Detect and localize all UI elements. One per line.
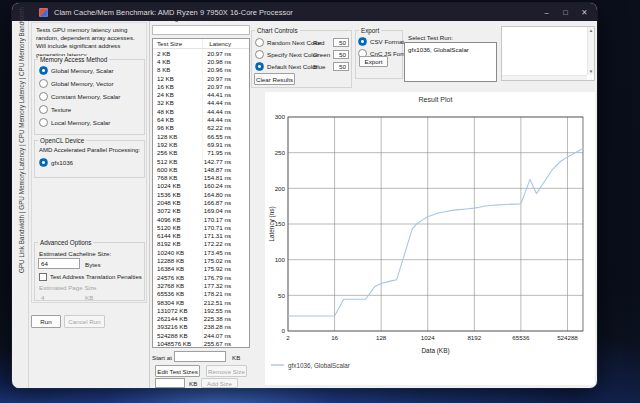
edit-test-sizes-button[interactable]: Edit Test Sizes <box>155 365 200 377</box>
start-at-input[interactable] <box>174 351 226 362</box>
table-row[interactable]: 24576 KB176.79 ns <box>153 273 249 281</box>
size-cell: 12288 KB <box>153 256 203 264</box>
latency-cell: 20.96 ns <box>203 66 249 73</box>
table-row[interactable]: 524288 KB244.07 ns <box>153 331 249 339</box>
red-value-input[interactable]: 50 <box>333 38 349 47</box>
minimize-button[interactable]: – <box>537 3 556 21</box>
radio-option-specify-next-color[interactable]: Specify Next Color <box>255 48 313 60</box>
results-textbox[interactable]: ▲ ▼ <box>501 26 595 81</box>
cacheline-unit-label: Bytes <box>85 261 100 268</box>
maximize-button[interactable]: □ <box>556 3 575 21</box>
remove-size-button: Remove Size <box>206 365 247 377</box>
radio-unselected-icon[interactable] <box>39 92 48 101</box>
radio-option-texture[interactable]: Texture <box>39 103 143 116</box>
desktop-wallpaper: Clam Cache/Mem Benchmark: AMD Ryzen 9 79… <box>0 0 640 403</box>
radio-option-global-memory-vector[interactable]: Global Memory, Vector <box>39 77 143 90</box>
latency-cell: 244.07 ns <box>203 332 249 339</box>
radio-unselected-icon[interactable] <box>39 118 48 127</box>
latency-column-header[interactable]: Latency <box>203 39 249 48</box>
radio-option-local-memory-scalar[interactable]: Local Memory, Scalar <box>39 116 143 129</box>
table-row[interactable]: 600 KB148.87 ns <box>153 165 249 173</box>
table-row[interactable]: 12288 KB175.02 ns <box>153 256 249 264</box>
clear-results-button[interactable]: Clear Results <box>254 73 295 85</box>
radio-option-gfx1036[interactable]: gfx1036 <box>39 156 143 168</box>
table-row[interactable]: 131072 KB192.55 ns <box>153 306 249 314</box>
table-row[interactable]: 4 KB20.98 ns <box>153 57 249 65</box>
latency-cell: 176.79 ns <box>203 274 249 281</box>
add-size-input[interactable] <box>155 378 185 388</box>
horizontal-scrollbar[interactable] <box>502 75 587 80</box>
table-row[interactable]: 98304 KB212.51 ns <box>153 298 249 306</box>
size-cell: 4 KB <box>153 57 203 65</box>
table-row[interactable]: 65536 KB178.21 ns <box>153 290 249 298</box>
radio-selected-icon[interactable] <box>39 66 48 75</box>
vertical-scrollbar[interactable]: ▲ ▼ <box>587 27 594 75</box>
run-button[interactable]: Run <box>31 315 61 328</box>
table-row[interactable]: 128 KB66.55 ns <box>153 132 249 140</box>
results-table[interactable]: Test Size Latency 2 KB20.97 ns4 KB20.98 … <box>152 38 250 348</box>
table-row[interactable]: 8192 KB172.22 ns <box>153 240 249 248</box>
export-button[interactable]: Export <box>359 56 388 67</box>
table-row[interactable]: 2 KB20.97 ns <box>153 49 249 57</box>
tab-strip-labels[interactable]: GPU Link Bandwidth | GPU Memory Latency … <box>15 23 29 273</box>
radio-unselected-icon[interactable] <box>39 105 48 114</box>
blue-value-input[interactable]: 50 <box>333 62 349 71</box>
table-row[interactable]: 1024 KB160.24 ns <box>153 182 249 190</box>
translation-penalties-label: Test Address Translation Penalties <box>50 274 142 280</box>
table-row[interactable]: 4096 KB170.17 ns <box>153 215 249 223</box>
size-cell: 192 KB <box>153 140 203 148</box>
svg-text:8192: 8192 <box>467 334 481 341</box>
table-row[interactable]: 8 KB20.96 ns <box>153 66 249 74</box>
radio-option-default-next-color[interactable]: Default Next Color <box>255 61 313 73</box>
table-row[interactable]: 64 KB44.44 ns <box>153 115 249 123</box>
table-row[interactable]: 2048 KB166.87 ns <box>153 198 249 206</box>
radio-selected-icon[interactable] <box>358 37 367 46</box>
size-cell: 512 KB <box>153 157 203 165</box>
table-row[interactable]: 768 KB154.81 ns <box>153 173 249 181</box>
radio-option-constant-memory-scalar[interactable]: Constant Memory, Scalar <box>39 90 143 103</box>
svg-text:128: 128 <box>376 334 387 341</box>
radio-selected-icon[interactable] <box>39 158 48 167</box>
table-row[interactable]: 262144 KB225.38 ns <box>153 315 249 323</box>
scroll-down-icon[interactable]: ▼ <box>589 69 593 74</box>
table-row[interactable]: 5120 KB170.71 ns <box>153 223 249 231</box>
table-row[interactable]: 1536 KB164.80 ns <box>153 190 249 198</box>
table-row[interactable]: 16 KB20.97 ns <box>153 82 249 90</box>
cacheline-size-input[interactable]: 64 <box>38 258 80 269</box>
table-row[interactable]: 512 KB142.77 ns <box>153 157 249 165</box>
table-row[interactable]: 6144 KB171.31 ns <box>153 232 249 240</box>
size-cell: 8 KB <box>153 66 203 74</box>
table-row[interactable]: 1048576 KB255.67 ns <box>153 339 249 347</box>
translation-penalties-checkbox[interactable] <box>39 273 47 281</box>
table-row[interactable]: 3072 KB169.04 ns <box>153 207 249 215</box>
test-size-column-header[interactable]: Test Size <box>153 39 203 48</box>
memory-access-radio-group: Global Memory, ScalarGlobal Memory, Vect… <box>39 64 143 129</box>
table-row[interactable]: 24 KB44.41 ns <box>153 90 249 98</box>
table-row[interactable]: 32768 KB177.32 ns <box>153 281 249 289</box>
table-row[interactable]: 96 KB62.22 ns <box>153 124 249 132</box>
table-row[interactable]: 256 KB71.95 ns <box>153 149 249 157</box>
radio-selected-icon[interactable] <box>255 62 264 71</box>
radio-unselected-icon[interactable] <box>255 50 264 59</box>
size-cell: 24576 KB <box>153 273 203 281</box>
table-row[interactable]: 192 KB69.91 ns <box>153 140 249 148</box>
radio-option-random-next-color[interactable]: Random Next Color <box>255 36 313 48</box>
latency-cell: 166.87 ns <box>203 199 249 206</box>
table-row[interactable]: 10240 KB173.45 ns <box>153 248 249 256</box>
size-cell: 16384 KB <box>153 265 203 273</box>
table-row[interactable]: 32 KB44.44 ns <box>153 99 249 107</box>
table-row[interactable]: 12 KB20.97 ns <box>153 74 249 82</box>
table-row[interactable]: 48 KB44.44 ns <box>153 107 249 115</box>
scroll-up-icon[interactable]: ▲ <box>589 28 593 33</box>
latency-cell: 171.31 ns <box>203 232 249 239</box>
green-value-input[interactable]: 50 <box>333 50 349 59</box>
radio-unselected-icon[interactable] <box>39 79 48 88</box>
table-row[interactable]: 393216 KB238.28 ns <box>153 323 249 331</box>
svg-text:150: 150 <box>275 220 286 227</box>
radio-option-global-memory-scalar[interactable]: Global Memory, Scalar <box>39 64 143 77</box>
radio-unselected-icon[interactable] <box>255 38 264 47</box>
test-run-listbox[interactable]: gfx1036, GlobalScalar <box>404 42 497 82</box>
test-run-item[interactable]: gfx1036, GlobalScalar <box>405 45 496 54</box>
close-button[interactable]: ✕ <box>575 3 594 21</box>
table-row[interactable]: 16384 KB175.92 ns <box>153 265 249 273</box>
